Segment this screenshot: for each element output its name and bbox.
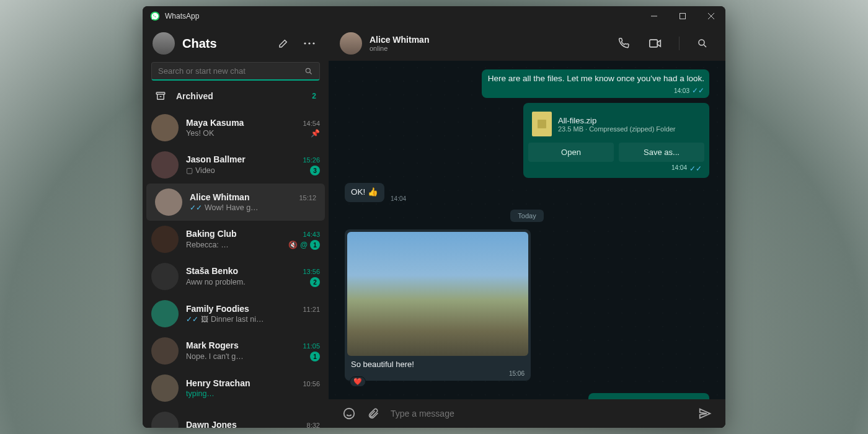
emoji-button[interactable] [342,407,356,420]
chat-name: Henry Strachan [186,378,299,388]
app-title: WhatsApp [165,12,199,20]
message-outgoing[interactable]: Here are all the files. Let me know once… [482,69,709,98]
new-chat-button[interactable] [274,34,293,53]
chat-item[interactable]: Family Foodies11:21✓✓ 🖼 Dinner last nigh… [143,295,329,332]
window-minimize-button[interactable] [640,6,668,26]
chat-avatar [151,412,179,428]
day-separator: Today [510,210,543,222]
file-save-button[interactable]: Save as... [619,143,704,162]
svg-point-5 [312,42,314,44]
chat-name: Maya Kasuma [186,118,299,128]
read-ticks-icon: ✓✓ [186,315,198,324]
archived-row[interactable]: Archived 2 [143,83,329,109]
chat-name: Alice Whitman [190,192,295,202]
chat-item[interactable]: Dawn Jones8:32 [143,407,329,428]
contact-avatar[interactable] [340,32,362,55]
chat-name: Family Foodies [186,304,299,314]
video-call-button[interactable] [643,39,668,48]
search-input[interactable] [158,66,299,76]
attach-button[interactable] [367,407,379,420]
svg-rect-2 [279,39,288,48]
unread-badge: 1 [310,352,320,361]
chat-preview: Dinner last night! [211,315,264,324]
photo-icon: 🖼 [201,315,208,324]
chat-item[interactable]: Staša Benko13:56Aww no problem.2 [143,258,329,295]
message-time: 14:04 [391,195,406,202]
message-incoming[interactable]: OK! 👍 [345,183,384,202]
chat-time: 14:43 [303,231,320,238]
svg-point-6 [306,68,310,73]
phone-icon [618,38,629,49]
send-button[interactable] [698,407,712,420]
svg-point-3 [304,42,306,44]
ellipsis-icon [304,42,315,45]
compose-icon [278,38,289,49]
search-icon [697,38,708,49]
archived-count: 2 [312,92,316,100]
sidebar: Chats Archived 2 Maya Kasuma14:54Yes [143,26,329,428]
search-field[interactable] [151,62,320,81]
photo-thumbnail[interactable] [347,232,528,356]
chat-item[interactable]: Baking Club14:43Rebecca: @Chris R?🔇@1 [143,221,329,258]
muted-icon: 🔇 [288,241,298,249]
message-text: Wow! Have great time. Enjoy. [595,397,704,399]
voice-call-button[interactable] [612,38,636,49]
message-text: OK! 👍 [351,187,378,197]
file-open-button[interactable]: Open [528,143,614,162]
svg-point-10 [344,409,355,419]
file-name: All-files.zip [558,116,676,125]
chat-item[interactable]: Henry Strachan10:56typing… [143,370,329,407]
composer [329,399,725,428]
mention-icon: @ [300,241,308,249]
conversation-header: Alice Whitman online [329,26,725,61]
conversation-panel: Alice Whitman online Here are all the fi… [329,26,725,428]
paperclip-icon [367,407,379,420]
chat-item[interactable]: Mark Rogers11:05Nope. I can't go unfortu… [143,332,329,370]
video-icon: ▢ [186,166,193,175]
more-button[interactable] [300,34,319,53]
header-divider [679,37,680,50]
unread-badge: 1 [310,240,320,250]
message-outgoing[interactable]: Wow! Have great time. Enjoy. 15:12✓✓ [588,393,709,399]
my-avatar[interactable] [153,32,175,55]
chat-name: Staša Benko [186,266,299,276]
window-maximize-button[interactable] [668,6,697,26]
read-ticks-icon: ✓✓ [692,86,704,95]
emoji-icon [342,407,356,420]
read-ticks-icon: ✓✓ [190,203,202,212]
chat-name: Jason Ballmer [186,154,299,164]
chat-time: 11:05 [303,342,320,350]
message-input[interactable] [391,409,687,418]
read-ticks-icon: ✓✓ [689,164,702,173]
svg-rect-8 [650,40,658,47]
chat-time: 11:21 [303,306,320,313]
chat-avatar [151,337,179,365]
chat-preview: Video [195,166,250,175]
archive-icon [155,91,166,102]
chat-avatar [151,151,179,179]
chat-name: Baking Club [186,229,299,239]
chat-preview: Wow! Have great time. Enjoy. [205,203,259,212]
chat-avatar [151,114,179,141]
chat-avatar [151,374,179,402]
title-bar: WhatsApp [143,6,725,26]
chat-time: 13:56 [303,268,320,275]
messages-area: Here are all the files. Let me know once… [329,61,725,399]
reaction-badge[interactable]: ❤️ [350,376,366,387]
file-attachment-card[interactable]: All-files.zip 23.5 MB · Compressed (zipp… [523,103,709,178]
chat-time: 10:56 [303,380,320,388]
chat-item[interactable]: Maya Kasuma14:54Yes! OK📌 [143,109,329,146]
svg-rect-1 [680,14,686,19]
chat-item[interactable]: Jason Ballmer15:26▢ Video3 [143,146,329,184]
chat-preview: Nope. I can't go unfortunately. [186,352,246,361]
chat-item[interactable]: Alice Whitman15:12✓✓ Wow! Have great tim… [146,184,325,221]
chat-time: 15:26 [303,156,320,164]
image-message[interactable]: So beautiful here! 15:06 ❤️ [345,229,531,381]
chat-preview: typing… [186,389,252,398]
chat-name: Mark Rogers [186,340,299,350]
unread-badge: 2 [310,277,320,287]
conversation-search-button[interactable] [691,38,714,49]
window-close-button[interactable] [697,6,725,26]
chat-name: Dawn Jones [186,420,303,428]
chat-preview: Yes! OK [186,129,246,138]
